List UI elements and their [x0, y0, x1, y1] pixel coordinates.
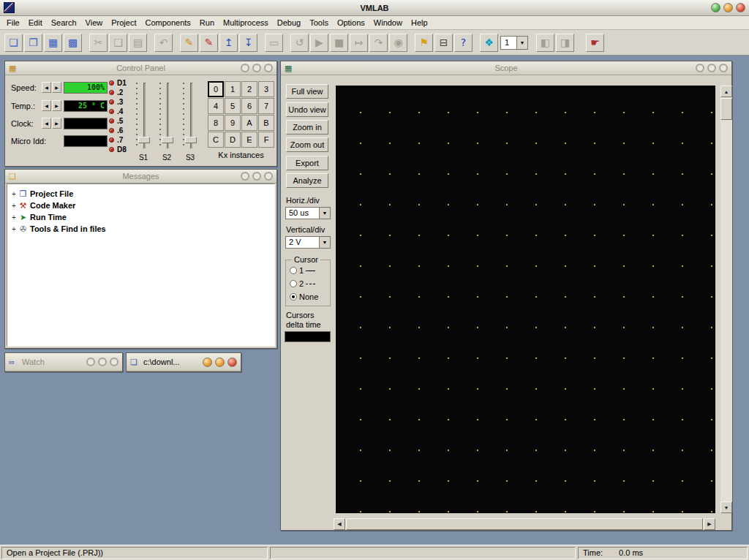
radio-icon[interactable] [290, 293, 297, 300]
scroll-down-icon[interactable]: ▼ [720, 502, 732, 513]
close-button[interactable] [227, 357, 237, 367]
close-button[interactable] [264, 172, 273, 181]
close-button[interactable] [110, 357, 118, 366]
export-button[interactable]: Export [286, 156, 328, 170]
menu-tools[interactable]: Tools [305, 17, 333, 29]
radio-icon[interactable] [290, 280, 297, 287]
menu-edit[interactable]: Edit [24, 17, 47, 29]
scroll-up-icon[interactable]: ▲ [720, 86, 732, 97]
goto-bottom-button[interactable]: ↧ [239, 34, 257, 52]
chevron-down-icon[interactable]: ▼ [319, 237, 330, 248]
menu-search[interactable]: Search [47, 17, 81, 29]
slider-s1[interactable] [134, 81, 153, 151]
expand-icon[interactable]: + [10, 225, 18, 233]
temp-decrement-button[interactable]: ◀ [42, 100, 51, 111]
radio-icon[interactable] [290, 267, 297, 274]
key-a[interactable]: A [241, 115, 257, 131]
vertical-scrollbar-thumb[interactable] [720, 98, 732, 120]
menu-options[interactable]: Options [333, 17, 369, 29]
vertical-div-select[interactable]: 2 V ▼ [285, 236, 331, 249]
key-9[interactable]: 9 [225, 115, 241, 131]
scroll-right-icon[interactable]: ▶ [704, 518, 715, 530]
cursor-option-none[interactable]: None [290, 292, 318, 301]
full-view-button[interactable]: Full view [286, 84, 328, 99]
zoom-out-button[interactable]: Zoom out [286, 137, 328, 152]
menu-debug[interactable]: Debug [273, 17, 305, 29]
close-button[interactable] [264, 64, 273, 72]
scope-titlebar[interactable]: ▦ Scope [281, 61, 731, 75]
menu-multiprocess[interactable]: Multiprocess [219, 17, 273, 29]
window-minimize-button[interactable] [711, 3, 720, 12]
slider-s2[interactable] [157, 81, 176, 151]
maximize-button[interactable] [98, 357, 107, 366]
scope-plot[interactable] [336, 86, 715, 513]
key-b[interactable]: B [258, 115, 274, 131]
menu-project[interactable]: Project [107, 17, 140, 29]
undo-view-button[interactable]: Undo view [286, 102, 328, 117]
key-5[interactable]: 5 [225, 98, 241, 114]
menu-file[interactable]: File [2, 17, 24, 29]
slider-handle[interactable] [162, 137, 173, 143]
tree-item-tools-find[interactable]: + ✇ Tools & Find in files [10, 223, 106, 235]
messages-titlebar[interactable]: ❏ Messages [5, 170, 276, 183]
speed-increment-button[interactable]: ▶ [52, 82, 61, 93]
watch-titlebar[interactable]: ∞ Watch [5, 353, 122, 371]
chevron-down-icon[interactable]: ▼ [516, 37, 527, 49]
key-f[interactable]: F [258, 132, 274, 148]
minimize-button[interactable] [86, 357, 95, 366]
slider-handle[interactable] [185, 137, 197, 143]
key-d[interactable]: D [225, 132, 241, 148]
menu-components[interactable]: Components [140, 17, 195, 29]
key-6[interactable]: 6 [241, 98, 257, 114]
expand-icon[interactable]: + [10, 213, 18, 222]
vertical-scrollbar[interactable]: ▲ ▼ [720, 86, 732, 513]
new-project-button[interactable]: ❏ [4, 34, 23, 52]
minimize-button[interactable] [241, 64, 249, 72]
expand-icon[interactable]: + [10, 202, 18, 210]
goto-flag-button[interactable]: ⚑ [415, 34, 433, 52]
clock-decrement-button[interactable]: ◀ [42, 118, 51, 129]
temp-increment-button[interactable]: ▶ [52, 100, 61, 111]
slider-handle[interactable] [138, 137, 150, 143]
horizontal-scrollbar-thumb[interactable] [346, 518, 703, 530]
save-file-button[interactable]: ▦ [44, 34, 62, 52]
expand-icon[interactable]: + [10, 190, 18, 198]
minimize-button[interactable] [696, 64, 704, 72]
cursor-option-1[interactable]: 1 [290, 266, 315, 275]
clock-increment-button[interactable]: ▶ [52, 118, 61, 129]
help-button[interactable]: ? [454, 34, 473, 52]
breakpoint-marker-button[interactable]: ✎ [200, 34, 218, 52]
print-button[interactable]: ⊟ [434, 34, 453, 52]
key-4[interactable]: 4 [208, 98, 224, 114]
maximize-button[interactable] [707, 64, 716, 72]
key-1[interactable]: 1 [225, 81, 241, 97]
tree-item-code-maker[interactable]: + ⚒ Code Maker [10, 200, 75, 211]
window-maximize-button[interactable] [723, 3, 733, 12]
control-panel-titlebar[interactable]: ▦ Control Panel [5, 61, 276, 75]
menu-run[interactable]: Run [195, 17, 219, 29]
key-c[interactable]: C [208, 132, 224, 148]
minimize-button[interactable] [203, 357, 212, 367]
cursor-option-2[interactable]: 2 [290, 279, 315, 288]
goto-top-button[interactable]: ↥ [219, 34, 238, 52]
edit-marker-button[interactable]: ✎ [180, 34, 198, 52]
maximize-button[interactable] [215, 357, 225, 367]
scroll-left-icon[interactable]: ◀ [334, 518, 345, 530]
slider-s3[interactable] [181, 81, 200, 151]
window-close-button[interactable] [736, 3, 745, 12]
menu-view[interactable]: View [81, 17, 108, 29]
key-8[interactable]: 8 [208, 115, 224, 131]
multiprocess-button[interactable]: ❖ [480, 34, 498, 52]
zoom-in-button[interactable]: Zoom in [286, 120, 328, 135]
close-button[interactable] [719, 64, 728, 72]
key-e[interactable]: E [241, 132, 257, 148]
tree-item-project-file[interactable]: + ❒ Project File [10, 188, 73, 200]
horizontal-scrollbar[interactable]: ◀ ▶ [334, 518, 715, 530]
horiz-div-select[interactable]: 50 us ▼ [285, 207, 331, 219]
key-3[interactable]: 3 [258, 81, 274, 97]
menu-help[interactable]: Help [407, 17, 432, 29]
menu-window[interactable]: Window [369, 17, 407, 29]
hand-tool-button[interactable]: ☛ [586, 34, 604, 52]
analyze-button[interactable]: Analyze [286, 173, 328, 188]
maximize-button[interactable] [252, 64, 261, 72]
